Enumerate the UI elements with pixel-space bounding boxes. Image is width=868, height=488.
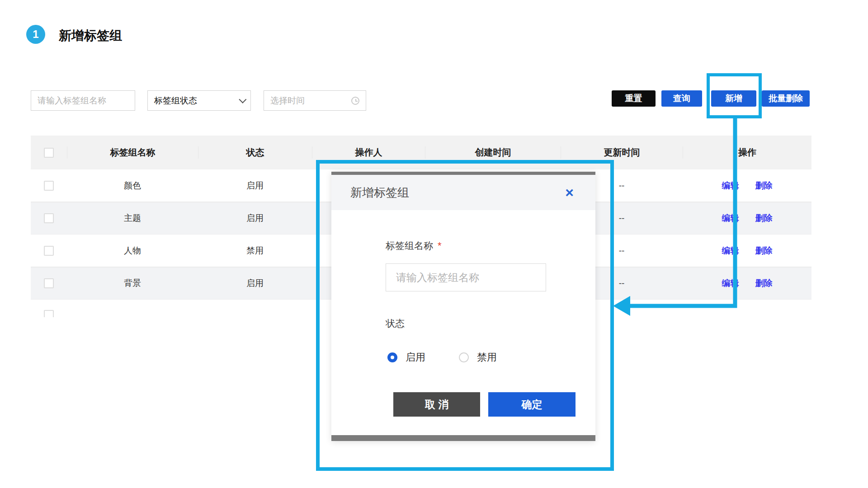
- tag-group-status-select[interactable]: 标签组状态: [147, 90, 251, 111]
- cell-name: 颜色: [67, 180, 198, 192]
- confirm-button[interactable]: 确定: [488, 392, 576, 417]
- select-all-checkbox[interactable]: [44, 148, 54, 158]
- col-header-status: 状态: [198, 146, 312, 159]
- time-picker-input[interactable]: 选择时间: [264, 90, 366, 111]
- radio-disabled-label: 禁用: [477, 351, 497, 364]
- required-asterisk: *: [438, 240, 442, 251]
- modal-title: 新增标签组: [350, 185, 409, 201]
- modal-header: 新增标签组 ×: [331, 175, 595, 210]
- tag-group-name-label: 标签组名称*: [386, 239, 442, 252]
- radio-enabled[interactable]: [387, 352, 397, 362]
- batch-delete-button[interactable]: 批量删除: [762, 90, 810, 107]
- cell-status: 禁用: [198, 245, 312, 257]
- cell-status: 启用: [198, 212, 312, 224]
- status-select-value: 标签组状态: [154, 95, 197, 107]
- cancel-button[interactable]: 取 消: [393, 392, 480, 417]
- row-checkbox[interactable]: [44, 278, 54, 288]
- step-number-badge: 1: [26, 25, 45, 44]
- edit-link[interactable]: 编辑: [722, 245, 739, 257]
- col-header-operator: 操作人: [312, 146, 425, 159]
- status-radio-group: 启用 禁用: [387, 351, 497, 364]
- page: 1 新增标签组 请输入标签组名称 标签组状态 选择时间 重置 查询 新增 批量删…: [0, 0, 868, 488]
- row-checkbox[interactable]: [44, 213, 54, 223]
- cell-name: 人物: [67, 245, 198, 257]
- edit-link[interactable]: 编辑: [722, 212, 739, 224]
- delete-link[interactable]: 删除: [755, 180, 773, 192]
- close-icon[interactable]: ×: [565, 185, 574, 200]
- modal-name-placeholder: 请输入标签组名称: [396, 271, 479, 285]
- delete-link[interactable]: 删除: [755, 277, 773, 289]
- step-title: 新增标签组: [59, 27, 122, 44]
- status-label: 状态: [386, 317, 405, 330]
- delete-link[interactable]: 删除: [755, 245, 773, 257]
- time-picker-placeholder: 选择时间: [270, 95, 305, 107]
- delete-link[interactable]: 删除: [755, 212, 773, 224]
- col-header-action: 操作: [683, 146, 811, 159]
- reset-button[interactable]: 重置: [612, 90, 656, 107]
- chevron-down-icon: [239, 95, 246, 103]
- cell-status: 启用: [198, 180, 312, 192]
- modal-bottom-bar: [331, 435, 595, 441]
- modal-top-bar: [331, 172, 595, 175]
- clock-icon: [351, 97, 359, 105]
- cell-name: 背景: [67, 277, 198, 289]
- add-tag-group-modal: 新增标签组 × 标签组名称* 请输入标签组名称 状态 启用 禁用 取 消 确定: [331, 172, 595, 441]
- cell-status: 启用: [198, 277, 312, 289]
- query-button[interactable]: 查询: [661, 90, 702, 107]
- add-button[interactable]: 新增: [711, 90, 756, 107]
- cell-name: 主题: [67, 212, 198, 224]
- col-header-updated: 更新时间: [561, 146, 683, 159]
- col-header-created: 创建时间: [425, 146, 561, 159]
- row-checkbox[interactable]: [44, 181, 54, 191]
- tag-group-name-placeholder: 请输入标签组名称: [38, 95, 106, 107]
- radio-enabled-label: 启用: [406, 351, 425, 364]
- modal-name-input[interactable]: 请输入标签组名称: [386, 263, 546, 291]
- row-checkbox[interactable]: [44, 246, 54, 256]
- edit-link[interactable]: 编辑: [722, 277, 739, 289]
- table-header-row: 标签组名称 状态 操作人 创建时间 更新时间 操作: [31, 136, 811, 169]
- radio-disabled[interactable]: [459, 352, 469, 362]
- edit-link[interactable]: 编辑: [722, 180, 739, 192]
- col-header-name: 标签组名称: [67, 146, 198, 159]
- row-checkbox[interactable]: [44, 310, 54, 317]
- tag-group-name-input[interactable]: 请输入标签组名称: [31, 90, 135, 111]
